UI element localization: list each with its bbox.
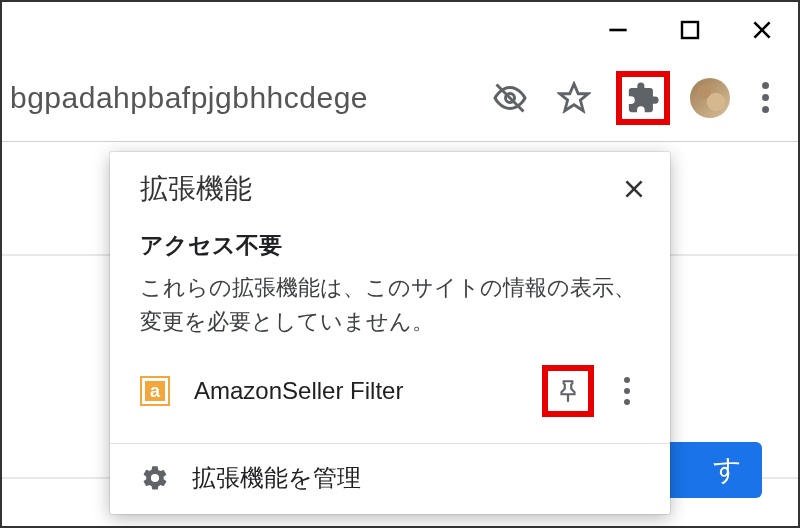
- address-bar[interactable]: bgpadahpbafpjgbhhcdege: [2, 81, 488, 115]
- section-description: これらの拡張機能は、このサイトの情報の表示、変更を必要としていません。: [140, 271, 640, 339]
- extension-favicon: a: [140, 376, 170, 406]
- puzzle-piece-icon: [626, 81, 660, 115]
- browser-menu-button[interactable]: [750, 82, 780, 113]
- window-close-button[interactable]: [726, 6, 798, 54]
- section-title: アクセス不要: [140, 230, 640, 261]
- popup-close-button[interactable]: [616, 171, 652, 207]
- window-minimize-button[interactable]: [582, 6, 654, 54]
- svg-marker-6: [560, 83, 588, 110]
- popup-footer[interactable]: 拡張機能を管理: [110, 443, 670, 514]
- window-titlebar: [2, 2, 798, 54]
- manage-extensions-label: 拡張機能を管理: [192, 462, 361, 494]
- extension-row[interactable]: a AmazonSeller Filter: [140, 359, 640, 431]
- extension-name: AmazonSeller Filter: [190, 377, 522, 405]
- popup-section: アクセス不要 これらの拡張機能は、このサイトの情報の表示、変更を必要としていませ…: [110, 230, 670, 443]
- visibility-off-icon[interactable]: [488, 76, 532, 120]
- pin-extension-button[interactable]: [542, 365, 594, 417]
- bookmark-star-icon[interactable]: [552, 76, 596, 120]
- toolbar-actions: [488, 71, 798, 125]
- popup-title: 拡張機能: [140, 170, 252, 208]
- extensions-popup: 拡張機能 アクセス不要 これらの拡張機能は、このサイトの情報の表示、変更を必要と…: [110, 152, 670, 514]
- extensions-button[interactable]: [616, 71, 670, 125]
- svg-rect-1: [682, 22, 698, 38]
- window-maximize-button[interactable]: [654, 6, 726, 54]
- extension-more-button[interactable]: [614, 377, 640, 405]
- browser-toolbar: bgpadahpbafpjgbhhcdege: [2, 54, 798, 142]
- pushpin-icon: [555, 378, 581, 404]
- page-primary-button-label: す: [713, 451, 742, 489]
- profile-avatar[interactable]: [690, 78, 730, 118]
- popup-header: 拡張機能: [110, 152, 670, 222]
- gear-icon: [140, 463, 170, 493]
